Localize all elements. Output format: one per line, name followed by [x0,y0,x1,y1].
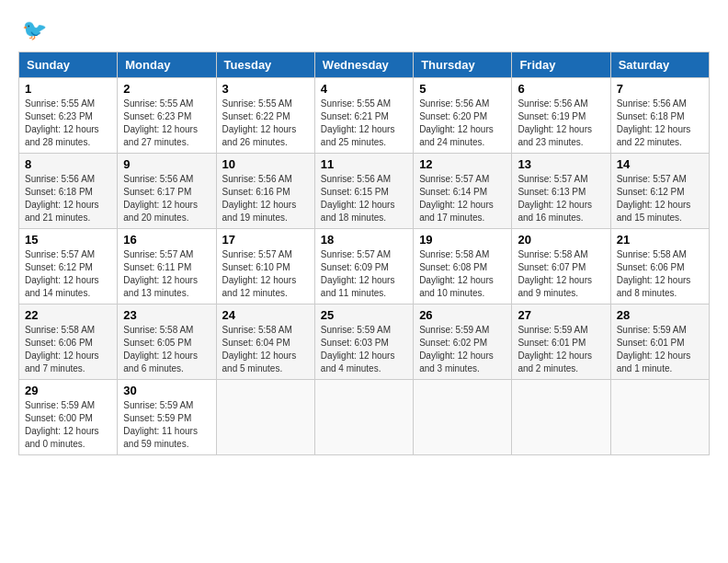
calendar-day-5: 5 Sunrise: 5:56 AMSunset: 6:20 PMDayligh… [414,78,512,154]
day-info: Sunrise: 5:56 AMSunset: 6:17 PMDaylight:… [123,174,198,223]
calendar-header-row: SundayMondayTuesdayWednesdayThursdayFrid… [19,52,710,78]
calendar-day-6: 6 Sunrise: 5:56 AMSunset: 6:19 PMDayligh… [512,78,610,154]
calendar-day-26: 26 Sunrise: 5:59 AMSunset: 6:02 PMDaylig… [414,304,512,380]
day-number: 20 [518,233,604,247]
day-info: Sunrise: 5:59 AMSunset: 5:59 PMDaylight:… [123,400,198,449]
day-info: Sunrise: 5:58 AMSunset: 6:06 PMDaylight:… [25,325,99,373]
calendar-day-12: 12 Sunrise: 5:57 AMSunset: 6:14 PMDaylig… [414,154,512,229]
page-header: 🐦 [18,18,710,42]
calendar-day-16: 16 Sunrise: 5:57 AMSunset: 6:11 PMDaylig… [118,229,216,304]
day-number: 2 [123,82,210,96]
day-info: Sunrise: 5:56 AMSunset: 6:15 PMDaylight:… [321,174,395,223]
empty-cell [414,380,512,455]
day-info: Sunrise: 5:58 AMSunset: 6:04 PMDaylight:… [222,325,297,373]
day-info: Sunrise: 5:59 AMSunset: 6:02 PMDaylight:… [419,325,494,373]
day-number: 16 [123,233,210,247]
day-info: Sunrise: 5:55 AMSunset: 6:23 PMDaylight:… [123,98,198,147]
day-header-saturday: Saturday [610,52,709,78]
day-info: Sunrise: 5:57 AMSunset: 6:13 PMDaylight:… [518,174,592,223]
day-info: Sunrise: 5:58 AMSunset: 6:08 PMDaylight:… [419,249,494,298]
day-header-tuesday: Tuesday [216,52,314,78]
day-number: 11 [321,157,407,171]
day-number: 12 [419,157,506,171]
calendar-day-3: 3 Sunrise: 5:55 AMSunset: 6:22 PMDayligh… [216,78,314,154]
day-info: Sunrise: 5:59 AMSunset: 6:03 PMDaylight:… [321,325,395,373]
empty-cell [216,380,314,455]
day-info: Sunrise: 5:56 AMSunset: 6:18 PMDaylight:… [25,174,99,223]
calendar-week-1: 1 Sunrise: 5:55 AMSunset: 6:23 PMDayligh… [19,78,710,154]
calendar-day-9: 9 Sunrise: 5:56 AMSunset: 6:17 PMDayligh… [118,154,216,229]
calendar-day-8: 8 Sunrise: 5:56 AMSunset: 6:18 PMDayligh… [19,154,118,229]
calendar-day-25: 25 Sunrise: 5:59 AMSunset: 6:03 PMDaylig… [314,304,413,380]
day-number: 6 [518,82,604,96]
day-number: 22 [25,308,111,322]
day-info: Sunrise: 5:55 AMSunset: 6:21 PMDaylight:… [321,98,395,147]
calendar-week-5: 29 Sunrise: 5:59 AMSunset: 6:00 PMDaylig… [19,380,710,455]
calendar-day-27: 27 Sunrise: 5:59 AMSunset: 6:01 PMDaylig… [512,304,610,380]
empty-cell [512,380,610,455]
day-header-thursday: Thursday [414,52,512,78]
day-info: Sunrise: 5:56 AMSunset: 6:20 PMDaylight:… [419,98,494,147]
calendar-day-28: 28 Sunrise: 5:59 AMSunset: 6:01 PMDaylig… [610,304,709,380]
day-number: 25 [321,308,407,322]
day-number: 27 [518,308,604,322]
day-info: Sunrise: 5:57 AMSunset: 6:12 PMDaylight:… [617,174,691,223]
day-number: 26 [419,308,506,322]
day-number: 8 [25,157,111,171]
calendar-week-3: 15 Sunrise: 5:57 AMSunset: 6:12 PMDaylig… [19,229,710,304]
day-info: Sunrise: 5:58 AMSunset: 6:06 PMDaylight:… [617,249,691,298]
logo-bird-icon: 🐦 [22,18,47,42]
day-header-wednesday: Wednesday [314,52,413,78]
calendar-day-21: 21 Sunrise: 5:58 AMSunset: 6:06 PMDaylig… [610,229,709,304]
day-info: Sunrise: 5:59 AMSunset: 6:01 PMDaylight:… [518,325,592,373]
day-info: Sunrise: 5:57 AMSunset: 6:10 PMDaylight:… [222,249,297,298]
calendar-day-29: 29 Sunrise: 5:59 AMSunset: 6:00 PMDaylig… [19,380,118,455]
calendar-table: SundayMondayTuesdayWednesdayThursdayFrid… [18,52,710,455]
calendar-day-22: 22 Sunrise: 5:58 AMSunset: 6:06 PMDaylig… [19,304,118,380]
day-number: 15 [25,233,111,247]
day-number: 19 [419,233,506,247]
day-info: Sunrise: 5:57 AMSunset: 6:11 PMDaylight:… [123,249,198,298]
empty-cell [314,380,413,455]
logo: 🐦 [18,18,47,42]
calendar-week-4: 22 Sunrise: 5:58 AMSunset: 6:06 PMDaylig… [19,304,710,380]
day-info: Sunrise: 5:58 AMSunset: 6:07 PMDaylight:… [518,249,592,298]
day-info: Sunrise: 5:56 AMSunset: 6:19 PMDaylight:… [518,98,592,147]
day-number: 18 [321,233,407,247]
day-header-monday: Monday [118,52,216,78]
calendar-week-2: 8 Sunrise: 5:56 AMSunset: 6:18 PMDayligh… [19,154,710,229]
day-number: 9 [123,157,210,171]
day-info: Sunrise: 5:56 AMSunset: 6:18 PMDaylight:… [617,98,691,147]
day-number: 29 [25,384,111,397]
day-number: 21 [617,233,703,247]
day-info: Sunrise: 5:55 AMSunset: 6:22 PMDaylight:… [222,98,297,147]
calendar-day-2: 2 Sunrise: 5:55 AMSunset: 6:23 PMDayligh… [118,78,216,154]
day-info: Sunrise: 5:59 AMSunset: 6:00 PMDaylight:… [25,400,99,449]
calendar-day-24: 24 Sunrise: 5:58 AMSunset: 6:04 PMDaylig… [216,304,314,380]
calendar-day-7: 7 Sunrise: 5:56 AMSunset: 6:18 PMDayligh… [610,78,709,154]
day-number: 24 [222,308,309,322]
calendar-day-23: 23 Sunrise: 5:58 AMSunset: 6:05 PMDaylig… [118,304,216,380]
calendar-day-17: 17 Sunrise: 5:57 AMSunset: 6:10 PMDaylig… [216,229,314,304]
day-number: 3 [222,82,309,96]
calendar-day-18: 18 Sunrise: 5:57 AMSunset: 6:09 PMDaylig… [314,229,413,304]
calendar-day-13: 13 Sunrise: 5:57 AMSunset: 6:13 PMDaylig… [512,154,610,229]
day-header-sunday: Sunday [19,52,118,78]
calendar-day-15: 15 Sunrise: 5:57 AMSunset: 6:12 PMDaylig… [19,229,118,304]
day-info: Sunrise: 5:56 AMSunset: 6:16 PMDaylight:… [222,174,297,223]
day-number: 28 [617,308,703,322]
day-number: 7 [617,82,703,96]
empty-cell [610,380,709,455]
day-number: 5 [419,82,506,96]
day-number: 30 [123,384,210,397]
calendar-day-20: 20 Sunrise: 5:58 AMSunset: 6:07 PMDaylig… [512,229,610,304]
day-info: Sunrise: 5:58 AMSunset: 6:05 PMDaylight:… [123,325,198,373]
day-info: Sunrise: 5:57 AMSunset: 6:14 PMDaylight:… [419,174,494,223]
day-number: 4 [321,82,407,96]
calendar-day-1: 1 Sunrise: 5:55 AMSunset: 6:23 PMDayligh… [19,78,118,154]
day-number: 17 [222,233,309,247]
day-info: Sunrise: 5:57 AMSunset: 6:12 PMDaylight:… [25,249,99,298]
calendar-day-4: 4 Sunrise: 5:55 AMSunset: 6:21 PMDayligh… [314,78,413,154]
calendar-day-30: 30 Sunrise: 5:59 AMSunset: 5:59 PMDaylig… [118,380,216,455]
day-number: 23 [123,308,210,322]
